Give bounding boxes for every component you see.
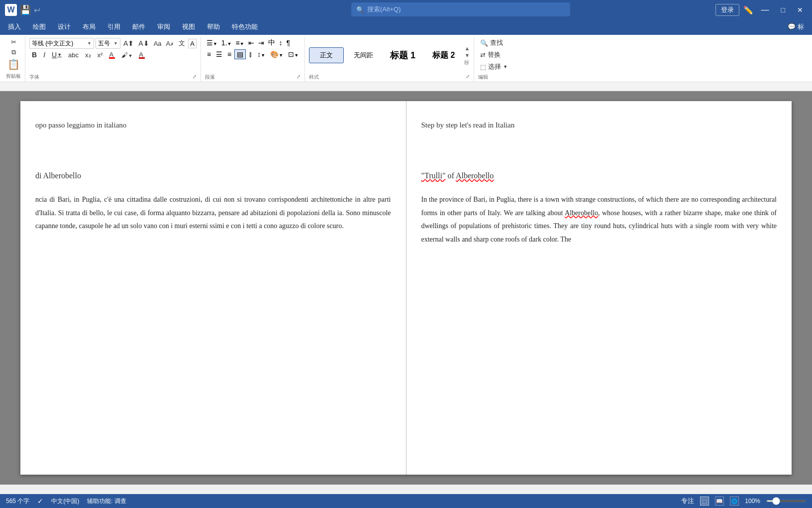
cut-button[interactable]: ✂ — [9, 38, 18, 46]
minimize-button[interactable]: — — [757, 4, 773, 15]
tab-review[interactable]: 审阅 — [151, 20, 176, 34]
increase-indent-button[interactable]: ⇥ — [257, 38, 266, 47]
style-heading1[interactable]: 标题 1 — [383, 46, 423, 65]
paste-button[interactable]: 📋 — [7, 58, 20, 70]
styles-scroll-up[interactable]: ▲ — [464, 45, 470, 51]
pen-icon[interactable]: ✏️ — [743, 5, 753, 15]
align-right-button[interactable]: ≡ — [225, 50, 233, 59]
read-mode-button[interactable]: 📖 — [715, 497, 724, 506]
word-count: 565 个字 — [6, 497, 29, 506]
font-color-button[interactable]: A — [106, 50, 117, 59]
shading-button[interactable]: 🎨▼ — [268, 50, 285, 59]
left-page: opo passo leggiamo in italiano di Albero… — [20, 101, 406, 475]
clear-format-button[interactable]: A✗ — [165, 39, 176, 48]
paragraph-expand-icon[interactable]: ⤢ — [297, 74, 301, 81]
underline-button[interactable]: U▼ — [49, 50, 64, 59]
left-subheading: di Alberobello — [35, 171, 391, 180]
search-box[interactable]: 🔍 搜索(Alt+Q) — [351, 2, 570, 16]
bold-button[interactable]: B — [29, 50, 39, 59]
maximize-button[interactable]: □ — [777, 5, 789, 15]
style-normal[interactable]: 正文 — [309, 47, 344, 63]
web-view-button[interactable]: 🌐 — [730, 497, 739, 506]
find-icon: 🔍 — [480, 39, 488, 47]
tab-draw[interactable]: 绘图 — [27, 20, 52, 34]
styles-more[interactable]: ⊟ — [464, 59, 470, 66]
search-icon: 🔍 — [356, 6, 364, 13]
focus-mode-button[interactable]: 专注 — [681, 497, 694, 506]
login-button[interactable]: 登录 — [715, 4, 739, 16]
styles-expand-icon[interactable]: ⤢ — [466, 74, 470, 81]
tab-design[interactable]: 设计 — [52, 20, 77, 34]
font-name-dropdown[interactable]: 等线 (中文正文)▼ — [29, 38, 94, 49]
print-layout-button[interactable]: ⬚ — [700, 497, 709, 506]
language[interactable]: 中文(中国) — [51, 497, 79, 506]
tab-help[interactable]: 帮助 — [201, 20, 226, 34]
justify-button[interactable]: ▤ — [234, 49, 246, 59]
increase-font-button[interactable]: A⬆ — [122, 39, 135, 48]
font-expand-icon[interactable]: ⤢ — [193, 74, 197, 81]
tab-features[interactable]: 特色功能 — [226, 20, 264, 34]
close-button[interactable]: ✕ — [793, 5, 807, 15]
border-button[interactable]: A — [188, 39, 197, 48]
style-nospace[interactable]: 无间距 — [346, 47, 381, 63]
tab-insert[interactable]: 插入 — [2, 20, 27, 34]
right-page: Step by step let's read in Italian "Trul… — [406, 101, 792, 475]
accessibility[interactable]: 辅助功能: 调查 — [87, 497, 126, 506]
chinese-layout-button[interactable]: 中 — [267, 38, 277, 48]
change-case-button[interactable]: Aa — [152, 39, 163, 48]
text-color-button[interactable]: A — [136, 50, 147, 59]
line-spacing-button[interactable]: ↕▼ — [255, 50, 267, 59]
save-button[interactable]: 💾 — [20, 4, 31, 15]
strikethrough-button[interactable]: abc — [66, 51, 81, 59]
zoom-slider[interactable] — [766, 500, 806, 502]
copy-button[interactable]: ⧉ — [10, 48, 17, 57]
find-button[interactable]: 🔍 查找 — [478, 38, 509, 48]
bullets-button[interactable]: ☰▼ — [205, 38, 219, 47]
style-heading2[interactable]: 标题 2 — [425, 47, 462, 64]
right-heading: Step by step let's read in Italian — [421, 121, 777, 129]
select-button[interactable]: ⬚ 选择▼ — [478, 62, 509, 72]
font-group-label: 字体 ⤢ — [29, 74, 197, 81]
word-icon: W — [5, 4, 17, 16]
font-size-dropdown[interactable]: 五号▼ — [96, 38, 120, 49]
borders-button[interactable]: ⊡▼ — [286, 50, 301, 59]
decrease-font-button[interactable]: A⬇ — [137, 39, 150, 48]
tab-references[interactable]: 引用 — [102, 20, 126, 34]
align-left-button[interactable]: ≡ — [205, 50, 213, 59]
feedback-icon[interactable]: 💬 标 — [782, 20, 810, 34]
align-center-button[interactable]: ☰ — [214, 50, 224, 59]
replace-button[interactable]: ⇄ 替换 — [478, 50, 509, 60]
subscript-button[interactable]: x₂ — [83, 51, 94, 59]
italic-button[interactable]: I — [41, 50, 48, 59]
styles-scroll-down[interactable]: ▼ — [464, 52, 470, 58]
highlight-button[interactable]: 🖌▼ — [119, 51, 135, 59]
right-body: In the province of Bari, in Puglia, ther… — [421, 193, 777, 246]
left-body: ncia di Bari, in Puglia, c'è una cittadi… — [35, 193, 391, 233]
right-subheading: "Trulli" of Alberobello — [421, 171, 777, 180]
tab-view[interactable]: 视图 — [176, 20, 201, 34]
edit-group-label: 编辑 — [478, 74, 509, 81]
multilevel-list-button[interactable]: ≡▼ — [234, 38, 245, 47]
search-placeholder: 搜索(Alt+Q) — [367, 5, 401, 14]
paragraph-group-label: 段落 ⤢ — [205, 74, 301, 81]
tab-layout[interactable]: 布局 — [77, 20, 102, 34]
superscript-button[interactable]: x² — [95, 51, 105, 59]
undo-button[interactable]: ↩ — [34, 5, 40, 15]
select-icon: ⬚ — [480, 63, 486, 71]
columns-button[interactable]: ⫿ — [247, 50, 254, 59]
proofing-icon: ✓ — [37, 497, 43, 505]
clipboard-label: 剪贴板 — [5, 72, 22, 81]
styles-group-label: 样式 ⤢ — [309, 74, 470, 81]
replace-icon: ⇄ — [480, 51, 486, 59]
decrease-indent-button[interactable]: ⇤ — [247, 38, 256, 47]
tab-mailings[interactable]: 邮件 — [126, 20, 151, 34]
numbering-button[interactable]: 1.▼ — [220, 38, 233, 47]
zoom-level[interactable]: 100% — [745, 498, 760, 505]
left-heading: opo passo leggiamo in italiano — [35, 121, 391, 129]
show-marks-button[interactable]: ¶ — [285, 38, 292, 47]
phonetic-button[interactable]: 文 — [177, 38, 187, 48]
sort-button[interactable]: ↕ — [278, 38, 284, 47]
